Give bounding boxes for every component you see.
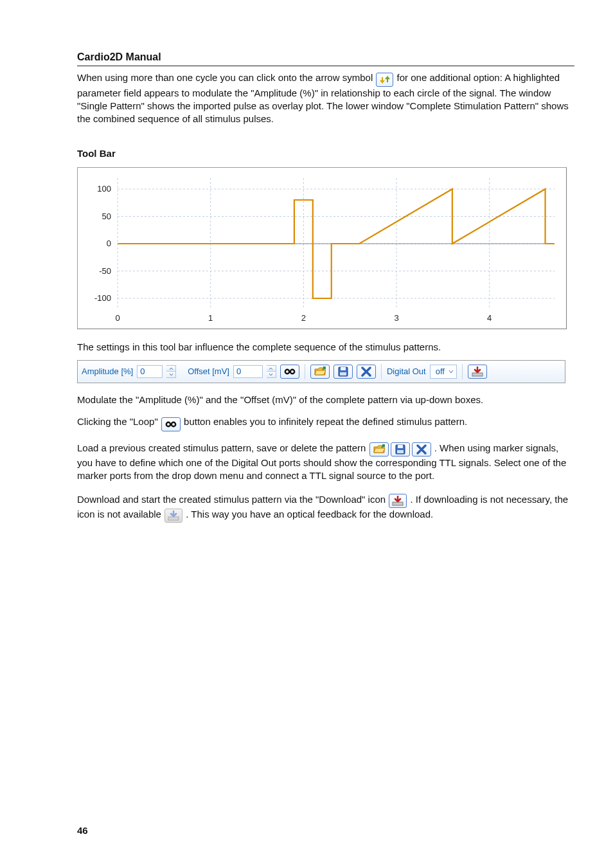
open-button-inline[interactable] [369,442,389,457]
chevron-down-icon [267,372,276,377]
svg-text:-50: -50 [99,266,111,275]
amplitude-label: Amplitude [%] [82,366,133,377]
loop-text-1: Clicking the "Loop" [77,416,161,427]
svg-rect-25 [340,372,346,375]
arrow-up-down-icon [380,75,390,84]
digital-out-label: Digital Out [387,366,426,377]
complete-pattern-toolbar: Amplitude [%] 0 Offset [mV] 0 [77,360,565,383]
section-toolbar-title: Tool Bar [77,147,574,160]
loop-paragraph: Clicking the "Loop" button enables you t… [77,415,574,431]
floppy-save-icon [395,444,405,455]
svg-text:2: 2 [301,313,306,323]
intro-paragraph: When using more than one cycle you can c… [77,71,574,126]
svg-point-21 [285,370,289,374]
loop-icon [284,368,296,375]
loop-button[interactable] [280,365,299,379]
chevron-down-icon [449,370,454,374]
digital-out-value: off [436,366,445,377]
modulate-paragraph: Modulate the "Amplitude (%)" and the "Of… [77,393,574,406]
svg-text:-100: -100 [94,293,111,303]
svg-point-28 [172,422,175,426]
svg-rect-26 [472,373,483,376]
loop-icon [165,420,177,428]
svg-rect-24 [341,367,346,370]
page-title: Cardio2D Manual [77,50,574,64]
save-button-inline[interactable] [391,442,410,457]
floppy-save-icon [338,366,348,377]
download-button-inline[interactable] [389,494,407,508]
loop-text-2: button enables you to infinitely repeat … [184,416,467,427]
download-disabled-icon [168,511,179,521]
download-button-disabled [164,509,182,523]
amplitude-field[interactable]: 0 [137,365,163,378]
stimulus-chart: -100-5005010001234 [77,167,567,329]
loop-button-inline[interactable] [161,417,181,431]
offset-label: Offset [mV] [188,366,229,377]
svg-point-27 [166,422,170,426]
intro-text-1: When using more than one cycle you can c… [77,72,375,83]
delete-button[interactable] [357,365,376,379]
page-number: 46 [77,824,88,837]
svg-rect-32 [393,502,403,505]
delete-x-icon [416,444,427,455]
download-text-3: . This way you have an optical feedback … [186,509,433,520]
amplitude-stepper[interactable] [166,365,176,378]
header-rule [77,66,574,66]
arrow-up-down-icon-button[interactable] [376,73,393,87]
svg-rect-30 [398,445,403,448]
svg-text:1: 1 [208,313,213,323]
svg-rect-33 [168,517,179,520]
open-folder-icon [314,366,326,377]
save-button[interactable] [333,365,353,379]
svg-text:3: 3 [394,313,398,323]
chevron-up-icon [166,366,175,372]
open-button[interactable] [310,365,330,379]
svg-point-22 [290,370,294,374]
chevron-up-icon [267,366,276,372]
delete-button-inline[interactable] [412,442,431,457]
svg-rect-31 [397,450,404,453]
offset-stepper[interactable] [267,365,276,378]
download-button[interactable] [468,365,487,379]
svg-text:50: 50 [102,211,111,221]
download-icon [472,366,483,377]
download-paragraph: Download and start the created stimulus … [77,493,574,523]
open-save-delete-icons [369,442,431,457]
svg-text:0: 0 [115,313,120,323]
delete-x-icon [361,366,371,377]
download-text-1: Download and start the created stimulus … [77,494,388,505]
svg-text:100: 100 [97,184,111,194]
load-text-1: Load a previous created stimulus pattern… [77,442,369,453]
open-folder-icon [373,444,385,455]
digital-out-select[interactable]: off [430,365,457,379]
offset-field[interactable]: 0 [233,365,263,378]
svg-text:0: 0 [107,239,111,248]
settings-paragraph: The settings in this tool bar influence … [77,341,574,354]
chevron-down-icon [166,372,175,377]
load-paragraph: Load a previous created stimulus pattern… [77,442,574,483]
download-icon [392,496,404,506]
svg-text:4: 4 [487,313,492,323]
